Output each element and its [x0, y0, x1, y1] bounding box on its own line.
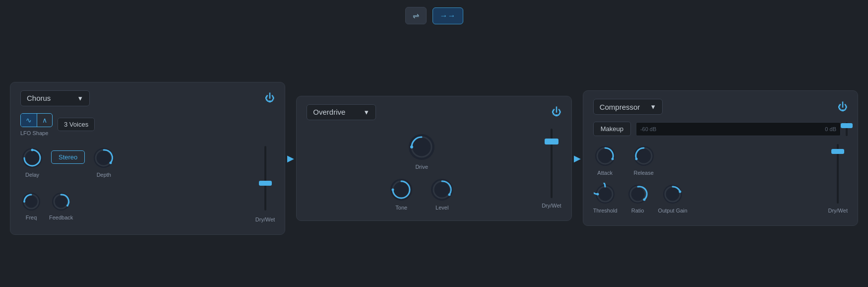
comp-meter: -60 dB 0 dB	[636, 122, 841, 136]
release-label: Release	[633, 170, 653, 176]
ratio-knob[interactable]	[626, 183, 649, 206]
delay-knob[interactable]	[20, 146, 44, 170]
overdrive-dropdown[interactable]: Overdrive ▾	[307, 104, 376, 120]
comp-drywet-thumb-top[interactable]	[841, 123, 853, 128]
comp-drywet-label: Dry/Wet	[828, 208, 848, 214]
od-drywet-label: Dry/Wet	[542, 203, 561, 209]
comp-top-row: Makeup -60 dB 0 dB	[593, 122, 848, 136]
comp-controls: Attack Release	[593, 144, 823, 215]
svg-point-29	[597, 193, 599, 196]
output-gain-knob-wrap: Output Gain	[658, 183, 687, 214]
output-gain-label: Output Gain	[658, 208, 687, 214]
comp-drywet-track-top	[846, 122, 848, 136]
drive-label: Drive	[415, 164, 428, 170]
comp-drywet-col: Dry/Wet	[828, 144, 848, 215]
threshold-label: Threshold	[593, 208, 618, 214]
attack-knob-wrap: Attack	[593, 144, 617, 176]
comp-bottom-row: Threshold Ratio	[593, 183, 823, 214]
output-gain-knob[interactable]	[661, 183, 684, 206]
level-knob-wrap: Level	[429, 177, 455, 211]
svg-point-3	[94, 148, 114, 168]
chorus-drywet-track	[264, 146, 266, 211]
compressor-power[interactable]: ⏻	[838, 101, 848, 113]
release-knob[interactable]	[632, 144, 656, 168]
svg-point-33	[663, 185, 682, 204]
depth-knob[interactable]	[92, 146, 116, 170]
swap-button[interactable]: ⇌	[405, 7, 427, 24]
od-drywet-track	[551, 129, 553, 198]
delay-knob-wrap: Delay	[20, 146, 44, 178]
meter-left-label: -60 dB	[640, 126, 656, 132]
svg-point-26	[635, 158, 637, 160]
svg-point-35	[679, 191, 682, 193]
stereo-button[interactable]: Stereo	[51, 150, 85, 164]
depth-label: Depth	[97, 172, 111, 178]
chorus-mid-row: Delay Stereo Depth	[20, 146, 255, 178]
compressor-panel: Compressor ▾ ⏻ Makeup -60 dB 0 dB	[583, 90, 858, 226]
meter-right-label: 0 dB	[825, 126, 836, 132]
svg-point-17	[392, 188, 394, 191]
delay-label: Delay	[25, 172, 39, 178]
overdrive-power[interactable]: ⏻	[552, 106, 561, 118]
svg-point-24	[634, 146, 654, 166]
feedback-knob-wrap: Feedback	[49, 191, 73, 220]
threshold-knob[interactable]	[594, 183, 617, 206]
chorus-power[interactable]: ⏻	[265, 92, 275, 104]
svg-point-32	[643, 199, 645, 201]
level-knob[interactable]	[429, 177, 455, 203]
svg-point-5	[110, 161, 112, 164]
attack-knob[interactable]	[593, 144, 617, 168]
chorus-drywet-thumb[interactable]	[259, 181, 272, 186]
comp-mid-row: Attack Release	[593, 144, 823, 176]
arrow-2: ▶	[572, 153, 583, 164]
lfo-tri-btn[interactable]: ∧	[37, 114, 52, 127]
overdrive-panel: Overdrive ▾ ⏻ Drive	[296, 96, 571, 221]
svg-point-18	[431, 179, 453, 201]
depth-knob-wrap: Depth	[92, 146, 116, 178]
chorus-dropdown[interactable]: Chorus ▾	[20, 90, 90, 106]
level-label: Level	[435, 205, 448, 211]
ratio-label: Ratio	[631, 208, 644, 214]
tone-knob-wrap: Tone	[388, 177, 414, 211]
threshold-knob-wrap: Threshold	[593, 183, 618, 214]
lfo-shape-selector: ∿ ∧	[20, 113, 53, 127]
feedback-knob[interactable]	[50, 191, 72, 213]
overdrive-header: Overdrive ▾ ⏻	[307, 104, 561, 120]
compressor-header: Compressor ▾ ⏻	[593, 99, 848, 115]
freq-knob[interactable]	[20, 191, 42, 213]
feedback-label: Feedback	[49, 215, 73, 220]
chorus-drywet-label: Dry/Wet	[255, 216, 275, 222]
panels-container: Chorus ▾ ⏻ ∿ ∧ LFO Shape 3 Voices	[0, 29, 868, 287]
attack-label: Attack	[597, 170, 613, 176]
tone-knob[interactable]	[388, 177, 414, 203]
od-drywet-thumb[interactable]	[545, 139, 558, 144]
tone-label: Tone	[395, 205, 407, 211]
chorus-drywet-col: Dry/Wet	[255, 146, 275, 224]
svg-point-11	[66, 205, 68, 207]
svg-point-2	[31, 148, 34, 151]
chorus-bottom-row: Freq Feedback	[20, 191, 255, 220]
chorus-header: Chorus ▾ ⏻	[20, 90, 275, 106]
voices-button[interactable]: 3 Voices	[58, 118, 95, 131]
svg-point-20	[448, 193, 451, 196]
route-button[interactable]: →→	[433, 7, 463, 24]
makeup-button[interactable]: Makeup	[593, 122, 631, 136]
svg-point-23	[611, 158, 614, 160]
svg-point-8	[23, 201, 25, 203]
comp-drywet-thumb[interactable]	[831, 149, 844, 154]
arrow-1: ▶	[285, 153, 296, 164]
lfo-sine-btn[interactable]: ∿	[21, 114, 37, 127]
drive-knob-wrap: Drive	[407, 132, 436, 170]
freq-knob-wrap: Freq	[20, 191, 42, 220]
lfo-shape-label: LFO Shape	[20, 130, 48, 136]
svg-point-14	[410, 145, 413, 148]
top-bar: ⇌ →→	[0, 0, 868, 29]
release-knob-wrap: Release	[632, 144, 656, 176]
comp-drywet-track	[837, 144, 839, 204]
od-bottom-row: Tone Level	[388, 177, 455, 211]
drive-knob[interactable]	[407, 132, 436, 162]
compressor-dropdown[interactable]: Compressor ▾	[593, 99, 663, 115]
svg-point-21	[595, 146, 615, 166]
chorus-lfo-row: ∿ ∧ LFO Shape 3 Voices	[20, 113, 275, 136]
chorus-panel: Chorus ▾ ⏻ ∿ ∧ LFO Shape 3 Voices	[10, 82, 285, 235]
